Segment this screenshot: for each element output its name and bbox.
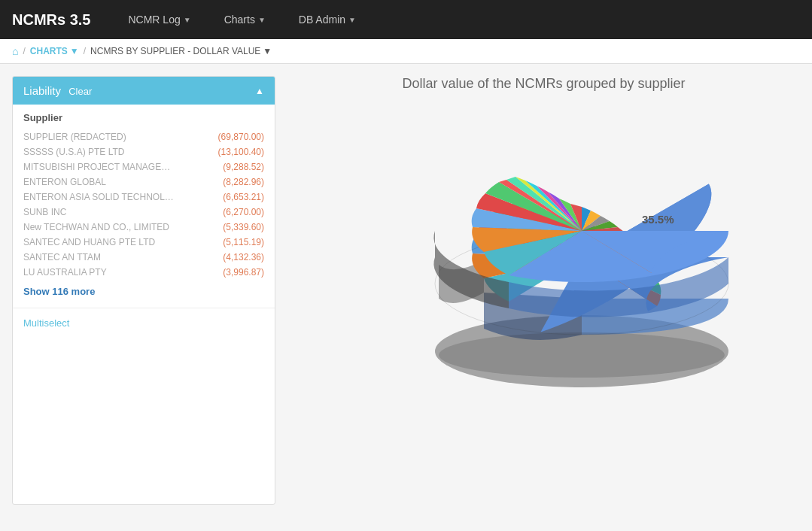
supplier-value: (5,115.19): [223, 237, 264, 247]
nav-db-admin[interactable]: DB Admin ▼: [291, 8, 363, 32]
supplier-value: (9,288.52): [223, 162, 264, 172]
panel-clear-button[interactable]: Clear: [68, 86, 92, 97]
supplier-value: (6,653.21): [223, 192, 264, 202]
navbar: NCMRs 3.5 NCMR Log ▼ Charts ▼ DB Admin ▼: [0, 0, 812, 39]
supplier-value: (6,270.00): [223, 207, 264, 217]
supplier-name: SUNB INC: [23, 207, 174, 217]
supplier-list: SUPPLIER (REDACTED)(69,870.00)SSSSS (U.S…: [23, 129, 264, 280]
breadcrumb-current-label: NCMRS BY SUPPLIER - DOLLAR VALUE: [90, 46, 260, 56]
supplier-col-header: Supplier: [23, 112, 264, 123]
supplier-name: SANTEC AND HUANG PTE LTD: [23, 237, 174, 247]
supplier-name: SUPPLIER (REDACTED): [23, 132, 174, 142]
nav-ncmr-log-label: NCMR Log: [128, 14, 180, 26]
svg-point-2: [439, 332, 725, 378]
supplier-item[interactable]: ENTERON ASIA SOLID TECHNOLOGY CO LT(6,65…: [23, 190, 264, 205]
supplier-name: SANTEC AN TTAM: [23, 252, 174, 262]
main-content: Liability Clear ▲ Supplier SUPPLIER (RED…: [0, 64, 812, 517]
chart-title: Dollar value of the NCMRs grouped by sup…: [402, 76, 685, 92]
breadcrumb-charts-link[interactable]: CHARTS ▼: [30, 46, 79, 56]
supplier-name: SSSSS (U.S.A) PTE LTD: [23, 147, 174, 157]
left-panel: Liability Clear ▲ Supplier SUPPLIER (RED…: [12, 76, 275, 505]
nav-charts-label: Charts: [224, 14, 255, 26]
supplier-name: New TECHWAN AND CO., LIMITED: [23, 222, 174, 232]
breadcrumb-sep-2: /: [84, 46, 86, 56]
supplier-value: (13,100.40): [218, 147, 264, 157]
app-brand: NCMRs 3.5: [12, 11, 90, 29]
nav-db-admin-caret: ▼: [348, 16, 356, 24]
supplier-item[interactable]: SANTEC AND HUANG PTE LTD(5,115.19): [23, 235, 264, 250]
supplier-item[interactable]: MITSUBISHI PROJECT MANAGEMENT CO LTD(9,2…: [23, 159, 264, 174]
supplier-item[interactable]: SUPPLIER (REDACTED)(69,870.00): [23, 129, 264, 144]
breadcrumb-home-icon[interactable]: ⌂: [12, 45, 18, 57]
supplier-value: (5,339.60): [223, 222, 264, 232]
multiselect-button[interactable]: Multiselect: [23, 317, 69, 329]
breadcrumb-charts-caret: ▼: [70, 46, 79, 56]
nav-ncmr-log[interactable]: NCMR Log ▼: [120, 8, 198, 32]
breadcrumb-current-caret: ▼: [263, 46, 272, 56]
supplier-item[interactable]: LU AUSTRALIA PTY(3,996.87): [23, 265, 264, 280]
breadcrumb-charts-label: CHARTS: [30, 46, 68, 56]
breadcrumb: ⌂ / CHARTS ▼ / NCMRS BY SUPPLIER - DOLLA…: [0, 39, 812, 64]
nav-db-admin-label: DB Admin: [299, 14, 345, 26]
supplier-value: (4,132.36): [223, 252, 264, 262]
supplier-item[interactable]: ENTERON GLOBAL(8,282.96): [23, 174, 264, 190]
show-more-button[interactable]: Show 116 more: [23, 280, 264, 300]
panel-footer: Multiselect: [13, 308, 275, 338]
supplier-name: MITSUBISHI PROJECT MANAGEMENT CO LTD: [23, 162, 174, 172]
supplier-value: (8,282.96): [223, 177, 264, 187]
nav-charts-caret: ▼: [258, 16, 266, 24]
supplier-item[interactable]: SANTEC AN TTAM(4,132.36): [23, 250, 264, 265]
supplier-name: ENTERON ASIA SOLID TECHNOLOGY CO LT: [23, 192, 174, 202]
supplier-name: LU AUSTRALIA PTY: [23, 267, 174, 278]
chart-panel: Dollar value of the NCMRs grouped by sup…: [287, 76, 800, 505]
panel-body: Supplier SUPPLIER (REDACTED)(69,870.00)S…: [13, 105, 275, 308]
panel-title-text: Liability: [23, 84, 61, 97]
breadcrumb-sep-1: /: [23, 46, 25, 56]
breadcrumb-current: NCMRS BY SUPPLIER - DOLLAR VALUE ▼: [90, 46, 272, 56]
panel-title: Liability Clear: [23, 84, 92, 97]
pie-chart-container: 35.5%: [348, 107, 740, 393]
supplier-value: (69,870.00): [218, 132, 264, 142]
supplier-item[interactable]: SUNB INC(6,270.00): [23, 205, 264, 220]
pie-chart-svg: 35.5%: [348, 107, 740, 393]
supplier-item[interactable]: SSSSS (U.S.A) PTE LTD(13,100.40): [23, 144, 264, 159]
nav-charts[interactable]: Charts ▼: [217, 8, 273, 32]
nav-ncmr-log-caret: ▼: [184, 16, 191, 24]
supplier-value: (3,996.87): [223, 267, 264, 278]
panel-collapse-icon[interactable]: ▲: [255, 86, 264, 96]
supplier-name: ENTERON GLOBAL: [23, 177, 174, 187]
panel-header: Liability Clear ▲: [13, 77, 275, 105]
pie-label-35pct: 35.5%: [642, 213, 674, 226]
supplier-item[interactable]: New TECHWAN AND CO., LIMITED(5,339.60): [23, 220, 264, 235]
